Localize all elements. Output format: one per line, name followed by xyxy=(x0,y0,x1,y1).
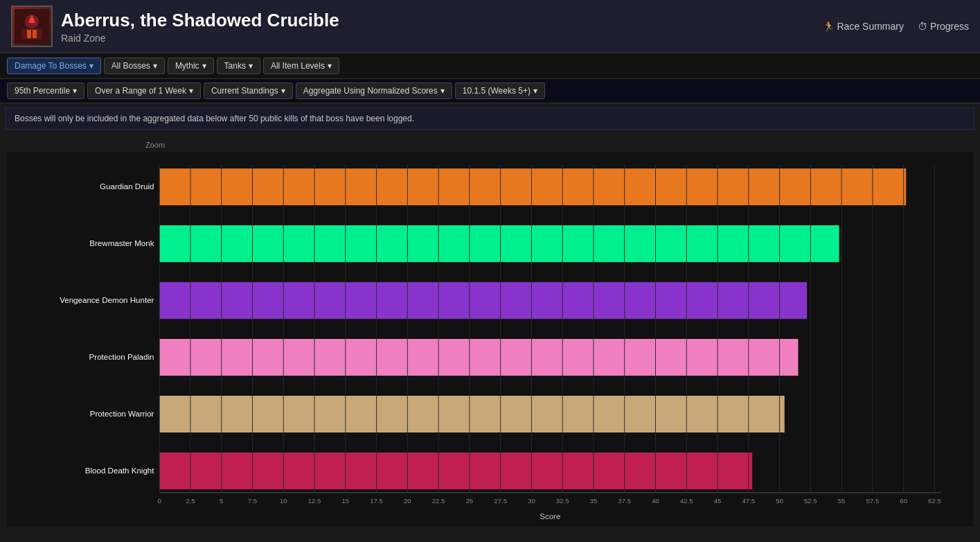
svg-text:Protection Paladin: Protection Paladin xyxy=(89,353,154,361)
svg-text:10: 10 xyxy=(280,497,287,505)
header-right: 🏃 Race Summary ⏱ Progress xyxy=(823,21,970,32)
range-label: Over a Range of 1 Week xyxy=(95,86,186,96)
svg-rect-4 xyxy=(27,30,31,38)
percentile-btn[interactable]: 95th Percentile ▾ xyxy=(7,82,84,99)
all-item-levels-label: All Item Levels xyxy=(271,61,325,71)
svg-text:25: 25 xyxy=(466,497,474,505)
svg-text:32.5: 32.5 xyxy=(556,497,569,505)
toolbar-row1: Damage To Bosses ▾ All Bosses ▾ Mythic ▾… xyxy=(0,53,980,79)
dropdown-arrow-0: ▾ xyxy=(89,61,93,71)
svg-rect-7 xyxy=(159,168,906,205)
svg-text:47.5: 47.5 xyxy=(742,497,755,505)
svg-text:2.5: 2.5 xyxy=(186,497,195,505)
x-axis-title: Score xyxy=(540,512,560,521)
toolbar-row2: 95th Percentile ▾ Over a Range of 1 Week… xyxy=(0,79,980,103)
standings-label: Current Standings xyxy=(211,86,278,96)
damage-to-bosses-label: Damage To Bosses xyxy=(15,61,87,71)
svg-text:12.5: 12.5 xyxy=(308,497,321,505)
svg-text:60: 60 xyxy=(900,497,907,505)
dropdown-arrow-2: ▾ xyxy=(202,61,206,71)
percentile-label: 95th Percentile xyxy=(15,86,70,96)
dropdown-arrow-3: ▾ xyxy=(249,61,253,71)
version-label: 10.1.5 (Weeks 5+) xyxy=(463,86,531,96)
svg-rect-12 xyxy=(159,453,752,489)
range-btn[interactable]: Over a Range of 1 Week ▾ xyxy=(87,82,201,99)
svg-text:55: 55 xyxy=(838,497,846,505)
bar-chart: 02.557.51012.51517.52022.52527.53032.535… xyxy=(7,152,973,526)
mythic-btn[interactable]: Mythic ▾ xyxy=(168,58,214,74)
svg-text:Blood Death Knight: Blood Death Knight xyxy=(85,466,154,475)
chart-container: Zoom 02.557.51012.51517.52022.52527.5303… xyxy=(0,134,980,542)
dropdown-arrow-8: ▾ xyxy=(440,86,445,96)
race-summary-link[interactable]: 🏃 Race Summary xyxy=(823,21,904,32)
race-summary-label: Race Summary xyxy=(837,21,904,32)
info-text: Bosses will only be included in the aggr… xyxy=(15,114,414,123)
header: Aberrus, the Shadowed Crucible Raid Zone… xyxy=(0,0,980,53)
zoom-label: Zoom xyxy=(145,141,973,149)
dropdown-arrow-7: ▾ xyxy=(281,86,285,96)
page-subtitle: Raid Zone xyxy=(61,33,339,44)
svg-text:35: 35 xyxy=(590,497,598,505)
clock-icon: ⏱ xyxy=(918,21,927,32)
all-bosses-btn[interactable]: All Bosses ▾ xyxy=(104,58,165,74)
header-title-block: Aberrus, the Shadowed Crucible Raid Zone xyxy=(61,10,339,44)
svg-rect-8 xyxy=(159,225,839,262)
svg-rect-11 xyxy=(159,396,785,432)
raid-icon xyxy=(11,6,53,47)
run-icon: 🏃 xyxy=(823,21,835,32)
svg-text:45: 45 xyxy=(714,497,722,505)
svg-text:27.5: 27.5 xyxy=(494,497,507,505)
svg-text:17.5: 17.5 xyxy=(370,497,383,505)
aggregate-btn[interactable]: Aggregate Using Normalized Scores ▾ xyxy=(296,82,452,99)
svg-rect-10 xyxy=(159,339,798,376)
page-title: Aberrus, the Shadowed Crucible xyxy=(61,10,339,31)
header-left: Aberrus, the Shadowed Crucible Raid Zone xyxy=(11,6,339,47)
aggregate-label: Aggregate Using Normalized Scores xyxy=(303,86,438,96)
svg-rect-5 xyxy=(33,30,37,38)
all-item-levels-btn[interactable]: All Item Levels ▾ xyxy=(263,58,339,74)
svg-text:20: 20 xyxy=(404,497,411,505)
svg-rect-9 xyxy=(159,282,807,319)
svg-text:0: 0 xyxy=(157,497,161,505)
all-bosses-label: All Bosses xyxy=(112,61,150,71)
dropdown-arrow-6: ▾ xyxy=(189,86,193,96)
dropdown-arrow-9: ▾ xyxy=(533,86,537,96)
tanks-btn[interactable]: Tanks ▾ xyxy=(217,58,260,74)
svg-text:52.5: 52.5 xyxy=(804,497,817,505)
standings-btn[interactable]: Current Standings ▾ xyxy=(204,82,293,99)
svg-text:40: 40 xyxy=(652,497,659,505)
svg-text:Vengeance Demon Hunter: Vengeance Demon Hunter xyxy=(60,296,154,304)
svg-text:5: 5 xyxy=(220,497,223,505)
tanks-label: Tanks xyxy=(224,61,246,71)
progress-link[interactable]: ⏱ Progress xyxy=(918,21,969,32)
mythic-label: Mythic xyxy=(175,61,199,71)
svg-rect-3 xyxy=(21,28,42,40)
svg-text:62.5: 62.5 xyxy=(928,497,941,505)
info-bar: Bosses will only be included in the aggr… xyxy=(6,107,974,130)
progress-label: Progress xyxy=(930,21,969,32)
damage-to-bosses-btn[interactable]: Damage To Bosses ▾ xyxy=(7,58,101,74)
svg-text:30: 30 xyxy=(528,497,535,505)
dropdown-arrow-1: ▾ xyxy=(153,61,157,71)
svg-text:22.5: 22.5 xyxy=(432,497,445,505)
version-btn[interactable]: 10.1.5 (Weeks 5+) ▾ xyxy=(455,82,545,99)
dropdown-arrow-5: ▾ xyxy=(73,86,77,96)
svg-text:Protection Warrior: Protection Warrior xyxy=(90,410,154,418)
dropdown-arrow-4: ▾ xyxy=(328,61,332,71)
svg-text:50: 50 xyxy=(776,497,783,505)
svg-text:15: 15 xyxy=(341,497,349,505)
svg-text:Guardian Druid: Guardian Druid xyxy=(100,182,154,191)
svg-text:57.5: 57.5 xyxy=(866,497,880,505)
svg-text:42.5: 42.5 xyxy=(680,497,693,505)
svg-text:7.5: 7.5 xyxy=(248,497,257,505)
svg-text:Brewmaster Monk: Brewmaster Monk xyxy=(89,239,154,247)
svg-text:37.5: 37.5 xyxy=(618,497,631,505)
